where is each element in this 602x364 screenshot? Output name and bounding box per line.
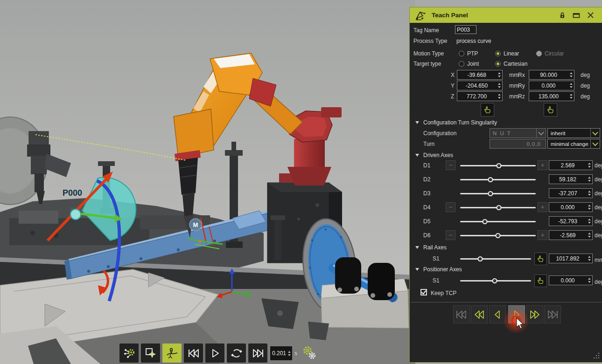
- d1-plus-button[interactable]: +: [538, 160, 547, 170]
- x-field[interactable]: -39.668: [457, 70, 503, 80]
- rail-s1-value-field[interactable]: 1017.892: [549, 254, 593, 263]
- d6-plus-button[interactable]: +: [538, 230, 547, 240]
- positioner-axes-header[interactable]: Positioner Axes: [410, 266, 602, 273]
- z-spinner[interactable]: [496, 92, 502, 101]
- spark-button[interactable]: [141, 343, 160, 363]
- pb-skip-to-start-button[interactable]: [453, 305, 470, 323]
- vp-play-button[interactable]: [205, 343, 224, 363]
- pb-skip-to-end-button[interactable]: [544, 305, 561, 323]
- radio-ptp-label[interactable]: PTP: [467, 50, 478, 57]
- radio-ptp[interactable]: [459, 51, 464, 56]
- d3-slider[interactable]: [460, 188, 536, 199]
- teach-mode-button[interactable]: [162, 343, 182, 363]
- time-step-input[interactable]: [270, 350, 286, 357]
- d6-minus-button[interactable]: −: [446, 230, 455, 240]
- positioner-s1-slider[interactable]: [460, 275, 531, 286]
- jog-position-button[interactable]: [481, 103, 494, 117]
- collapse-triangle-icon[interactable]: [415, 154, 419, 157]
- d1-spinner[interactable]: [586, 161, 592, 170]
- pb-fast-forward-button[interactable]: [526, 305, 543, 323]
- radio-cartesian-label[interactable]: Cartesian: [504, 61, 527, 67]
- rail-s1-slider[interactable]: [460, 254, 531, 264]
- radio-linear[interactable]: [495, 51, 501, 56]
- vp-loop-button[interactable]: [227, 343, 246, 363]
- collapse-triangle-icon[interactable]: [415, 121, 419, 124]
- driven-axes-header[interactable]: Driven Axes: [410, 152, 602, 158]
- configuration-mode-select[interactable]: inherit: [547, 128, 600, 138]
- sim-settings-button[interactable]: [119, 343, 139, 363]
- rz-spinner[interactable]: [568, 92, 574, 101]
- d5-slider[interactable]: [460, 216, 536, 227]
- ry-spinner[interactable]: [568, 81, 574, 90]
- d3-slider-knob[interactable]: [488, 191, 493, 196]
- keep-tcp-checkbox[interactable]: [420, 289, 427, 295]
- config-section-header[interactable]: Configuration Turn Singularity: [410, 119, 602, 126]
- m-marker-badge[interactable]: M: [189, 219, 202, 231]
- resize-grip[interactable]: [593, 352, 600, 359]
- d2-slider-knob[interactable]: [488, 177, 493, 182]
- rail-s1-spinner[interactable]: [586, 254, 592, 263]
- chevron-down-icon[interactable]: [590, 139, 600, 148]
- d2-spinner[interactable]: [586, 175, 592, 184]
- rail-jog-button[interactable]: [534, 253, 547, 265]
- d1-slider-knob[interactable]: [496, 163, 501, 168]
- collapse-triangle-icon[interactable]: [415, 246, 419, 249]
- lock-icon[interactable]: [559, 11, 566, 20]
- positioner-jog-button[interactable]: [534, 275, 547, 287]
- d1-value-field[interactable]: 2.569: [549, 160, 593, 170]
- rail-axes-header[interactable]: Rail Axes: [410, 244, 602, 251]
- ry-field[interactable]: 0.000: [529, 81, 574, 90]
- radio-linear-label[interactable]: Linear: [504, 50, 519, 57]
- vp-skip-to-start-button[interactable]: [184, 343, 203, 363]
- pb-step-backward-button[interactable]: [489, 305, 506, 323]
- d4-minus-button[interactable]: −: [446, 202, 455, 212]
- d4-value-field[interactable]: 0.000: [549, 202, 593, 212]
- d5-value-field[interactable]: -52.793: [549, 216, 593, 226]
- vp-skip-to-end-button[interactable]: [248, 343, 267, 363]
- d2-slider[interactable]: [460, 174, 536, 185]
- window-restore-icon[interactable]: [572, 11, 581, 20]
- collapse-triangle-icon[interactable]: [415, 268, 419, 271]
- d3-spinner[interactable]: [586, 189, 592, 198]
- teach-panel-header[interactable]: Teach Panel: [410, 7, 602, 23]
- radio-cartesian[interactable]: [495, 61, 501, 67]
- d4-plus-button[interactable]: +: [538, 202, 547, 212]
- d2-value-field[interactable]: 59.182: [549, 174, 593, 184]
- d4-slider[interactable]: [460, 202, 536, 213]
- turn-mode-select[interactable]: minimal change: [547, 139, 600, 149]
- d6-slider-knob[interactable]: [496, 233, 501, 238]
- d3-value-field[interactable]: -37.207: [549, 188, 593, 198]
- z-field[interactable]: 772.700: [457, 91, 503, 101]
- d1-slider[interactable]: [460, 160, 536, 171]
- rail-s1-slider-knob[interactable]: [477, 256, 483, 261]
- radio-joint-label[interactable]: Joint: [467, 61, 479, 67]
- d1-minus-button[interactable]: −: [446, 160, 455, 170]
- rx-field[interactable]: 90.000: [529, 70, 574, 80]
- time-step-field[interactable]: [270, 346, 293, 361]
- x-spinner[interactable]: [496, 70, 502, 79]
- d5-spinner[interactable]: [586, 217, 592, 226]
- positioner-s1-value-field[interactable]: 0.000: [549, 275, 593, 285]
- pb-fast-backward-button[interactable]: [471, 305, 488, 323]
- d6-slider[interactable]: [460, 230, 536, 240]
- chevron-down-icon[interactable]: [590, 129, 600, 137]
- d4-spinner[interactable]: [586, 203, 592, 212]
- close-icon[interactable]: [587, 11, 595, 19]
- settings-button[interactable]: [300, 343, 319, 363]
- d4-slider-knob[interactable]: [496, 205, 501, 210]
- d5-slider-knob[interactable]: [483, 219, 488, 224]
- d6-spinner[interactable]: [586, 231, 592, 240]
- y-field[interactable]: -204.650: [457, 81, 503, 90]
- positioner-s1-spinner[interactable]: [586, 276, 592, 285]
- y-spinner[interactable]: [496, 81, 502, 90]
- radio-joint[interactable]: [459, 61, 464, 67]
- time-step-spinner[interactable]: [286, 346, 292, 360]
- tag-name-input[interactable]: [455, 25, 476, 34]
- pb-play-button[interactable]: [508, 305, 525, 323]
- positioner-s1-slider-knob[interactable]: [492, 278, 497, 283]
- d6-value-field[interactable]: -2.569: [549, 230, 593, 240]
- rz-field[interactable]: 135.000: [529, 91, 574, 101]
- rx-spinner[interactable]: [568, 70, 574, 79]
- jog-rotation-button[interactable]: [544, 103, 557, 117]
- keep-tcp-label[interactable]: Keep TCP: [431, 290, 456, 296]
